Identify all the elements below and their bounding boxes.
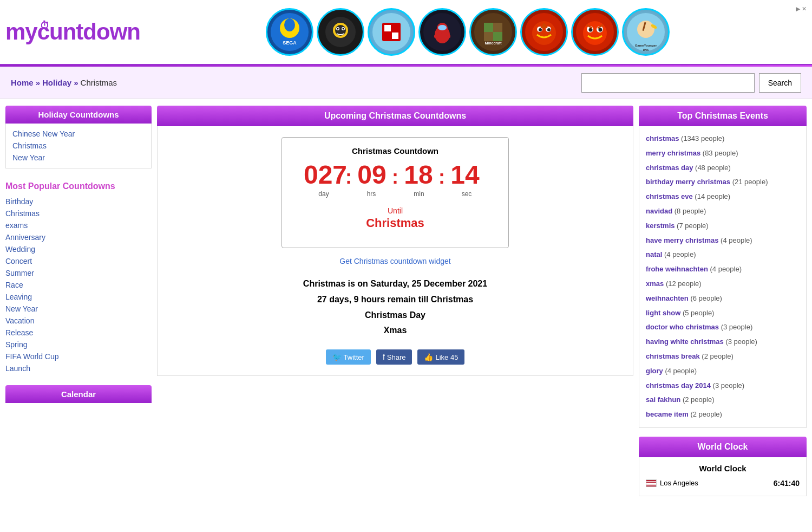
top-event-item: have merry christmas (4 people) [646,233,800,248]
sidebar-link-birthday[interactable]: Birthday [5,196,152,207]
top-event-link[interactable]: frohe weihnachten [646,265,708,273]
top-event-link[interactable]: light show [646,309,680,317]
top-event-count: (4 people) [710,265,742,273]
game-icon-brawl[interactable] [317,8,364,56]
top-event-item: xmas (12 people) [646,277,800,291]
top-event-count: (4 people) [664,250,696,258]
sidebar-link-christmas[interactable]: Christmas [12,140,145,152]
top-event-count: (14 people) [695,192,730,200]
sidebar-link-exams[interactable]: exams [5,219,152,231]
sidebar-link-new-year[interactable]: New Year [12,152,145,164]
game-icon-angry-birds-red[interactable] [520,8,568,56]
top-event-item: christmas (1343 people) [646,132,800,146]
top-event-item: kerstmis (7 people) [646,219,800,233]
sec-label: sec [462,190,472,198]
countdown-minutes: 18 [404,162,433,188]
top-event-link[interactable]: navidad [646,207,672,215]
top-event-count: (3 people) [721,323,753,331]
top-event-link[interactable]: sai fakhun [646,395,680,404]
top-event-link[interactable]: weihnachten [646,294,689,302]
game-icon-among[interactable] [418,8,466,56]
like-label: Like 45 [435,353,458,361]
like-button[interactable]: 👍 Like 45 [417,349,464,365]
sidebar-link-release[interactable]: Release [5,327,152,339]
svg-rect-15 [384,25,391,31]
top-event-item: christmas day 2014 (3 people) [646,379,800,393]
twitter-label: Twitter [344,353,364,361]
facebook-share-button[interactable]: f Share [376,349,412,365]
colon-2: : [392,167,398,187]
top-event-count: (7 people) [677,222,709,230]
sidebar-link-vacation[interactable]: Vacation [5,315,152,327]
breadcrumb: Home » Holiday » Christmas [11,78,117,87]
holiday-links: Chinese New Year Christmas New Year [5,124,152,168]
top-event-link[interactable]: have merry christmas [646,236,718,244]
event-info-line1: Christmas is on Saturday, 25 December 20… [168,276,622,292]
top-event-link[interactable]: xmas [646,280,664,288]
breadcrumb-home[interactable]: Home [11,78,34,87]
top-event-link[interactable]: christmas day [646,164,693,172]
top-event-count: (2 people) [690,410,722,418]
svg-rect-16 [392,33,398,39]
world-clock-body: World Clock Los Angeles 6:41:40 [639,457,807,496]
game-icon-sega[interactable]: SEGA [266,8,313,56]
top-event-link[interactable]: christmas eve [646,192,693,200]
top-event-count: (4 people) [665,367,697,375]
top-event-link[interactable]: glory [646,367,663,375]
logo[interactable]: myc⏱untdown [5,19,140,45]
breadcrumb-holiday[interactable]: Holiday [42,78,71,87]
sidebar-link-fifa[interactable]: FIFA World Cup [5,351,152,362]
svg-point-40 [599,28,603,32]
top-event-link[interactable]: became item [646,410,689,418]
twitter-button[interactable]: 🐦 Twitter [326,349,371,365]
search-button[interactable]: Search [759,73,801,93]
svg-rect-21 [446,35,450,38]
clock-city: Los Angeles [646,479,698,487]
sidebar-link-chinese-new-year[interactable]: Chinese New Year [12,128,145,140]
top-event-link[interactable]: merry christmas [646,149,700,157]
top-event-item: christmas day (48 people) [646,161,800,176]
top-event-item: frohe weihnachten (4 people) [646,262,800,277]
ad-icons-container: SEGA [140,8,796,56]
sidebar-link-christmas-pop[interactable]: Christmas [5,207,152,219]
sidebar-link-launch[interactable]: Launch [5,362,152,374]
sidebar-link-new-year-pop[interactable]: New Year [5,303,152,315]
left-sidebar: Holiday Countdowns Chinese New Year Chri… [5,106,152,496]
top-event-link[interactable]: kerstmis [646,222,675,230]
svg-text:DNS: DNS [643,48,649,51]
top-event-link[interactable]: christmas day 2014 [646,381,711,390]
game-icon-angry-birds-2[interactable] [571,8,619,56]
min-label: min [414,190,424,198]
widget-link[interactable]: Get Christmas countdown widget [168,257,622,265]
top-banner: myc⏱untdown SEGA [0,0,812,65]
top-event-link[interactable]: christmas break [646,352,700,360]
svg-point-36 [583,21,607,45]
top-event-item: natal (4 people) [646,248,800,262]
sidebar-link-wedding[interactable]: Wedding [5,243,152,255]
search-input[interactable] [581,73,755,93]
top-event-link[interactable]: christmas [646,134,679,142]
sidebar-link-leaving[interactable]: Leaving [5,291,152,303]
svg-rect-25 [484,23,493,32]
svg-text:GameYounger: GameYounger [635,44,657,47]
ad-indicator[interactable]: ▶ ✕ [796,3,807,12]
like-icon: 👍 [424,353,433,361]
svg-point-12 [343,28,344,30]
sidebar-link-summer[interactable]: Summer [5,267,152,279]
svg-point-33 [547,28,551,31]
sidebar-link-anniversary[interactable]: Anniversary [5,231,152,243]
svg-text:Minecraft: Minecraft [485,41,502,45]
top-event-link[interactable]: birthday merry christmas [646,178,730,186]
popular-links: Birthday Christmas exams Anniversary Wed… [5,193,152,377]
sidebar-link-spring[interactable]: Spring [5,339,152,351]
sidebar-link-race[interactable]: Race [5,279,152,291]
svg-point-32 [539,28,542,31]
game-icon-minecraft[interactable]: Minecraft [469,8,517,56]
sidebar-link-concert[interactable]: Concert [5,255,152,267]
top-event-link[interactable]: natal [646,250,662,258]
top-event-link[interactable]: doctor who christmas [646,323,719,331]
game-icon-roblox[interactable] [368,8,415,56]
top-event-link[interactable]: having white christmas [646,338,724,346]
svg-text:SEGA: SEGA [283,40,297,46]
game-icon-gameyounger[interactable]: GameYounger DNS [622,8,670,56]
